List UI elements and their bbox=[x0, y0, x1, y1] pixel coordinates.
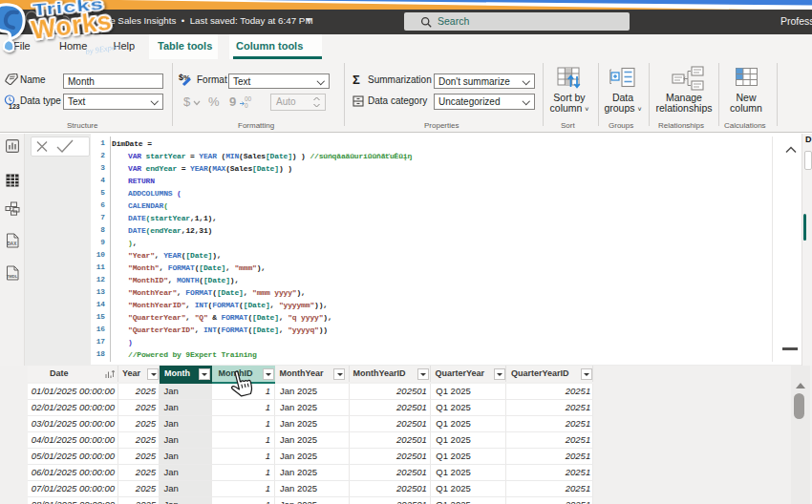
svg-text:0: 0 bbox=[245, 102, 248, 109]
svg-text:by 9Expert: by 9Expert bbox=[85, 41, 122, 56]
svg-text:123: 123 bbox=[9, 103, 20, 110]
